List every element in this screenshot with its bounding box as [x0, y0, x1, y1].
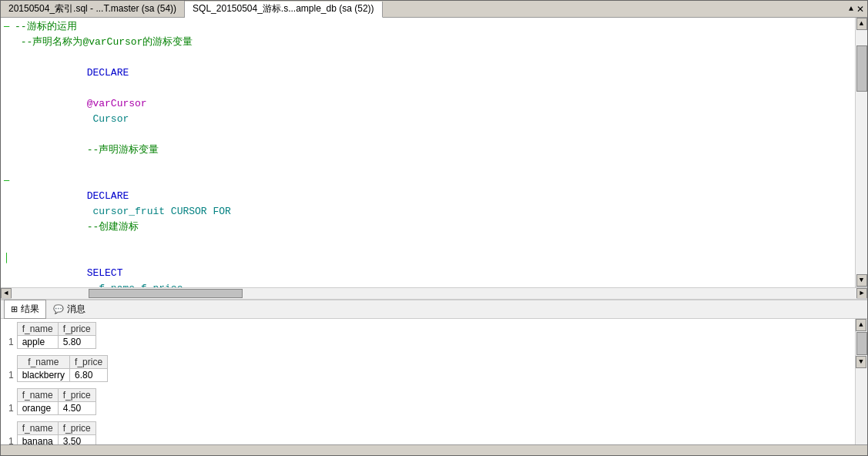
result-set-3: f_name f_price 1 orange 4.50 [4, 388, 852, 415]
results-grid-icon: ⊞ [11, 304, 18, 314]
code-line-5: │ SELECT f_name,f_price FROM fruits; [4, 250, 855, 287]
results-scroll-down[interactable]: ▼ [856, 356, 866, 368]
code-line-1: ─ --游标的运用 [4, 19, 855, 35]
results-tab-bar: ⊞ 结果 💬 消息 [1, 299, 867, 319]
cell-fname-3: orange [17, 402, 58, 415]
tab-results[interactable]: ⊞ 结果 [4, 300, 46, 319]
tab-1[interactable]: 20150504_索引.sql - ...T.master (sa (54)) [1, 1, 185, 17]
scroll-up-btn[interactable]: ▲ [856, 18, 867, 30]
col-header-fname-4: f_name [17, 422, 58, 435]
h-scroll-thumb[interactable] [89, 289, 243, 298]
result-set-1: f_name f_price 1 apple 5.80 [4, 322, 852, 349]
results-scroll-up[interactable]: ▲ [856, 319, 866, 331]
messages-tab-label: 消息 [67, 303, 85, 316]
cell-fprice-1: 5.80 [58, 336, 96, 349]
code-line-3: DECLARE @varCursor Cursor --声明游标变量 [4, 50, 855, 173]
cell-fname-1: apple [17, 336, 58, 349]
results-content: f_name f_price 1 apple 5.80 [1, 319, 855, 444]
h-scroll-left[interactable]: ◄ [1, 288, 12, 299]
close-tab-button[interactable]: ✕ [856, 4, 864, 15]
cell-fname-2: blackberry [17, 369, 69, 382]
col-header-fprice-2: f_price [70, 356, 108, 369]
cell-fname-4: banana [17, 435, 58, 445]
result-table-2: f_name f_price 1 blackberry 6.80 [4, 355, 108, 382]
scroll-down-btn[interactable]: ▼ [856, 274, 867, 287]
col-header-fname-3: f_name [17, 389, 58, 402]
editor-scrollbar[interactable]: ▲ ▼ [855, 18, 867, 287]
results-scrollbar[interactable]: ▲ ▼ [855, 319, 867, 444]
results-tab-label: 结果 [21, 303, 39, 316]
cell-fprice-3: 4.50 [58, 402, 96, 415]
messages-icon: 💬 [53, 304, 64, 314]
tab-2-label: SQL_20150504_游标.s...ample_db (sa (52)) [193, 2, 374, 15]
table-row: 1 blackberry 6.80 [4, 369, 108, 382]
code-line-2: --声明名称为@varCursor的游标变量 [4, 35, 855, 50]
table-row: 1 apple 5.80 [4, 336, 96, 349]
tab-2[interactable]: SQL_20150504_游标.s...ample_db (sa (52)) [185, 2, 382, 18]
col-header-fprice-4: f_price [58, 422, 96, 435]
code-line-4: ─ DECLARE cursor_fruit CURSOR FOR --创建游标 [4, 173, 855, 250]
col-header-fprice-3: f_price [58, 389, 96, 402]
tab-1-label: 20150504_索引.sql - ...T.master (sa (54)) [8, 2, 176, 15]
table-row: 1 orange 4.50 [4, 402, 96, 415]
cell-fprice-2: 6.80 [70, 369, 108, 382]
result-table-1: f_name f_price 1 apple 5.80 [4, 322, 96, 349]
h-scroll-track[interactable] [12, 288, 856, 299]
result-table-3: f_name f_price 1 orange 4.50 [4, 388, 96, 415]
result-table-4: f_name f_price 1 banana 3.50 [4, 421, 96, 444]
tab-bar: 20150504_索引.sql - ...T.master (sa (54)) … [1, 1, 867, 18]
tab-messages[interactable]: 💬 消息 [46, 300, 92, 319]
col-header-fname-1: f_name [17, 323, 58, 336]
col-header-fname-2: f_name [17, 356, 69, 369]
table-row: 1 banana 3.50 [4, 435, 96, 445]
result-set-2: f_name f_price 1 blackberry 6.80 [4, 355, 852, 382]
h-scrollbar[interactable]: ◄ ► [1, 287, 867, 298]
status-bar [1, 444, 867, 455]
scroll-up-arrow[interactable]: ▲ [849, 5, 853, 13]
col-header-fprice-1: f_price [58, 323, 96, 336]
result-set-4: f_name f_price 1 banana 3.50 [4, 421, 852, 444]
scroll-thumb[interactable] [856, 45, 867, 92]
code-editor[interactable]: ─ --游标的运用 --声明名称为@varCursor的游标变量 DECLARE… [1, 18, 855, 287]
results-scroll-thumb[interactable] [856, 332, 867, 355]
h-scroll-right[interactable]: ► [856, 288, 867, 299]
cell-fprice-4: 3.50 [58, 435, 96, 445]
